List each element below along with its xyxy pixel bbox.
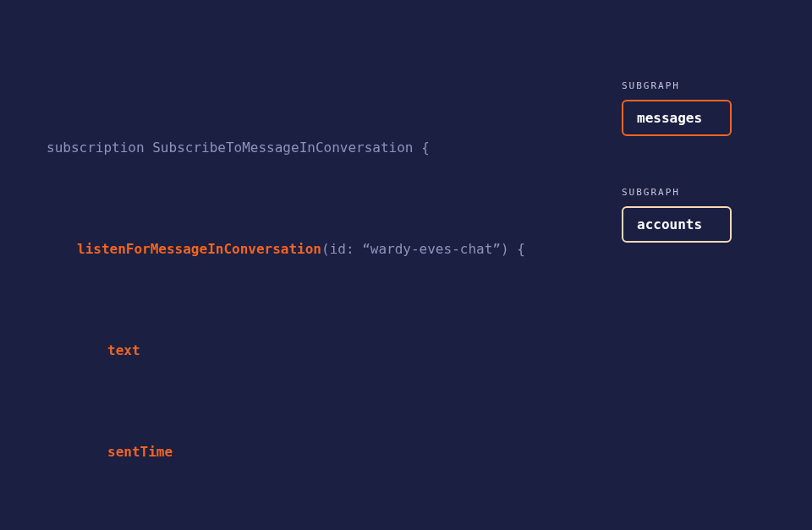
field-text: text	[107, 338, 140, 363]
subgraph-box-messages: messages	[622, 100, 732, 136]
subgraph-label: SUBGRAPH	[622, 80, 749, 91]
brace-open: {	[517, 237, 525, 262]
field-sentTime: sentTime	[107, 440, 173, 465]
brace-open: {	[421, 135, 430, 161]
code-line: sentTime	[47, 440, 525, 465]
code-line: listenForMessageInConversation(id: “ward…	[47, 237, 525, 262]
root-field: listenForMessageInConversation	[77, 237, 321, 262]
subgraph-block-messages: SUBGRAPH messages	[622, 80, 749, 136]
subgraph-block-accounts: SUBGRAPH accounts	[622, 187, 749, 243]
code-block: subscription SubscribeToMessageInConvers…	[47, 59, 525, 530]
paren-open: (	[321, 237, 330, 262]
keyword-subscription: subscription	[47, 135, 145, 161]
code-line: text	[47, 338, 525, 363]
operation-name: SubscribeToMessageInConversation	[152, 135, 413, 161]
subgraph-sidebar: SUBGRAPH messages SUBGRAPH accounts	[622, 80, 749, 293]
subgraph-label: SUBGRAPH	[622, 187, 749, 198]
arg-name: id	[330, 237, 346, 262]
arg-value: “wardy-eves-chat”	[362, 237, 501, 262]
subgraph-box-accounts: accounts	[622, 206, 732, 243]
code-line: subscription SubscribeToMessageInConvers…	[47, 135, 525, 161]
colon: :	[346, 237, 354, 262]
paren-close: )	[501, 237, 509, 262]
